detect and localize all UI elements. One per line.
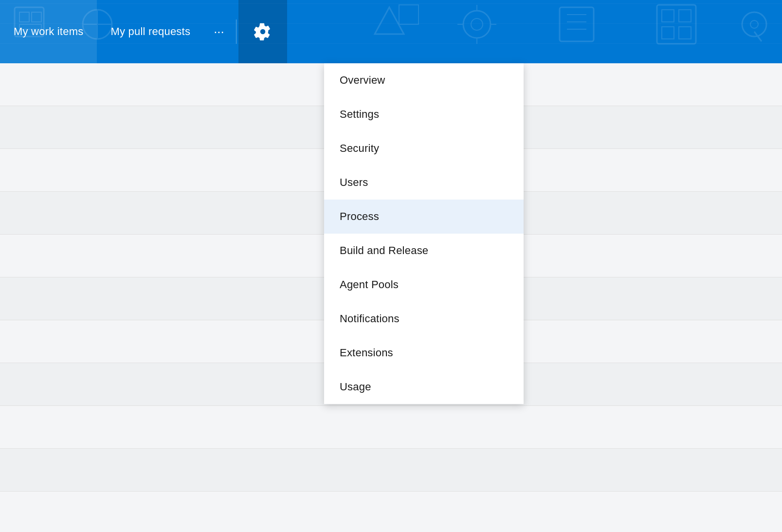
dropdown-item-users[interactable]: Users bbox=[324, 165, 524, 200]
dropdown-item-usage[interactable]: Usage bbox=[324, 370, 524, 404]
svg-marker-8 bbox=[399, 5, 418, 24]
dropdown-item-extensions[interactable]: Extensions bbox=[324, 336, 524, 370]
dropdown-item-security[interactable]: Security bbox=[324, 131, 524, 165]
svg-rect-15 bbox=[560, 7, 594, 41]
gear-icon bbox=[254, 23, 272, 40]
stripe-row bbox=[0, 449, 782, 492]
stripe-row bbox=[0, 406, 782, 449]
stripe-row bbox=[0, 492, 782, 532]
nav-separator bbox=[236, 19, 236, 44]
settings-dropdown-menu: Overview Settings Security Users Process… bbox=[324, 63, 524, 404]
svg-line-26 bbox=[754, 32, 762, 41]
main-content: Overview Settings Security Users Process… bbox=[0, 63, 782, 532]
svg-point-25 bbox=[750, 20, 758, 28]
svg-point-24 bbox=[742, 12, 766, 37]
app-header: My work items My pull requests ··· bbox=[0, 0, 782, 63]
dropdown-item-process[interactable]: Process bbox=[324, 200, 524, 234]
svg-rect-23 bbox=[679, 27, 691, 39]
dropdown-item-agent-pools[interactable]: Agent Pools bbox=[324, 268, 524, 302]
gear-settings-button[interactable] bbox=[238, 0, 287, 63]
svg-rect-19 bbox=[657, 5, 696, 44]
dropdown-item-overview[interactable]: Overview bbox=[324, 63, 524, 97]
nav-item-my-work-items[interactable]: My work items bbox=[0, 0, 97, 63]
svg-rect-20 bbox=[662, 10, 674, 22]
svg-marker-7 bbox=[375, 7, 404, 34]
top-nav: My work items My pull requests ··· bbox=[0, 0, 287, 63]
dropdown-item-build-and-release[interactable]: Build and Release bbox=[324, 234, 524, 268]
svg-point-9 bbox=[463, 11, 491, 38]
svg-rect-21 bbox=[679, 10, 691, 22]
nav-more-button[interactable]: ··· bbox=[204, 0, 234, 63]
svg-point-10 bbox=[471, 18, 483, 30]
svg-rect-22 bbox=[662, 27, 674, 39]
dropdown-item-settings[interactable]: Settings bbox=[324, 97, 524, 131]
dropdown-item-notifications[interactable]: Notifications bbox=[324, 302, 524, 336]
nav-item-my-pull-requests[interactable]: My pull requests bbox=[97, 0, 204, 63]
